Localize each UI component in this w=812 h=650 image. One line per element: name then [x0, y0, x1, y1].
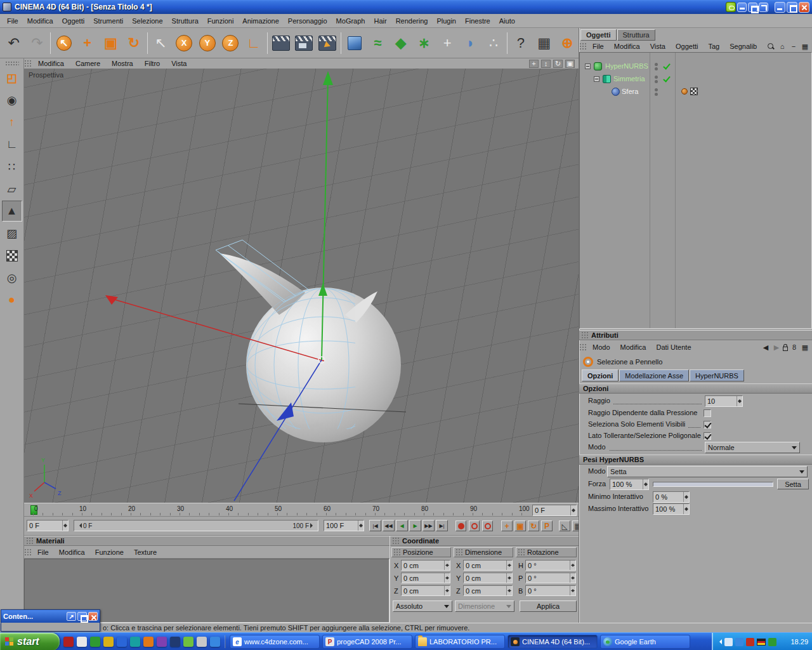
menu-animazione[interactable]: Animazione: [238, 15, 283, 27]
menu-plugin[interactable]: Plugin: [432, 15, 461, 27]
spinner-arrows-icon[interactable]: [683, 492, 689, 502]
pesi-section-header[interactable]: Pesi HyperNURBS: [579, 454, 812, 465]
layout-icon[interactable]: ▦: [801, 43, 809, 51]
viewport-pan-icon[interactable]: +: [529, 60, 539, 68]
menu-grip[interactable]: [579, 343, 587, 351]
forza-slider[interactable]: [653, 482, 773, 487]
dim-x-field[interactable]: 0 cm: [463, 560, 513, 571]
materials-menu-file[interactable]: File: [33, 547, 53, 558]
render-picture-viewer-button[interactable]: [293, 30, 316, 56]
history-back-icon[interactable]: ◀: [761, 343, 770, 352]
rot-h-field[interactable]: 0 °: [525, 560, 576, 571]
menu-mograph[interactable]: MoGraph: [332, 15, 370, 27]
record-rotation-toggle[interactable]: ↻: [528, 521, 539, 531]
attr-layout-icon[interactable]: ▦: [801, 343, 809, 352]
opzioni-section-header[interactable]: Opzioni: [579, 383, 812, 394]
home-icon[interactable]: ⌂: [778, 43, 787, 51]
taskbar-task-c4dzone[interactable]: e www.c4dzone.com...: [230, 635, 320, 649]
coordinate-system-button[interactable]: ∟: [242, 30, 265, 56]
quicklaunch-icon[interactable]: [117, 637, 127, 647]
enabled-check-icon[interactable]: [663, 74, 671, 82]
keyframe-selection-button[interactable]: [482, 521, 493, 531]
render-view-button[interactable]: [270, 30, 292, 56]
rotate-tool-button[interactable]: ↻: [122, 30, 145, 56]
menu-funzioni[interactable]: Funzioni: [203, 15, 239, 27]
y-axis-lock-button[interactable]: Y: [196, 30, 219, 56]
visibili-checkbox[interactable]: [704, 421, 711, 428]
tab-opzioni[interactable]: Opzioni: [582, 369, 619, 381]
viewport-maximize-icon[interactable]: ▣: [565, 60, 575, 68]
attr-menu-modo[interactable]: Modo: [588, 342, 615, 353]
expand-icon[interactable]: [594, 76, 599, 82]
menu-struttura[interactable]: Struttura: [167, 15, 203, 27]
modo-dropdown[interactable]: Normale: [705, 442, 800, 453]
rot-b-field[interactable]: 0 °: [525, 585, 576, 596]
quicklaunch-icon[interactable]: [157, 637, 167, 647]
restore-button[interactable]: [787, 2, 797, 13]
texture-mode-button[interactable]: [2, 245, 22, 266]
add-deformer-button[interactable]: ◗: [459, 30, 482, 56]
rotation-column-header[interactable]: Rotazione: [516, 547, 577, 557]
materials-header[interactable]: Materiali: [24, 536, 390, 546]
network-tray-icon[interactable]: [735, 638, 743, 646]
autokey-button[interactable]: [469, 521, 480, 531]
taskbar-task-cinema4d[interactable]: CINEMA 4D (64 Bit)...: [508, 635, 598, 649]
spinner-arrows-icon[interactable]: [737, 396, 742, 406]
spinner-arrows-icon[interactable]: [444, 560, 450, 570]
tree-row-simmetria[interactable]: Simmetria: [580, 73, 811, 86]
spinner-arrows-icon[interactable]: [506, 573, 512, 583]
edges-mode-button[interactable]: ▱: [2, 178, 22, 199]
setta-button[interactable]: Setta: [777, 479, 809, 489]
collapse-icon[interactable]: −: [789, 43, 798, 51]
live-selection-button[interactable]: ↖: [53, 30, 75, 56]
frame-spinner[interactable]: 0 F: [532, 505, 577, 516]
attr-menu-dati-utente[interactable]: Dati Utente: [652, 342, 696, 353]
last-tool-button[interactable]: ↖: [150, 30, 173, 56]
texture-tag-icon[interactable]: [690, 88, 698, 95]
quicklaunch-icon[interactable]: [170, 637, 180, 647]
record-position-toggle[interactable]: +: [501, 521, 513, 531]
next-key-button[interactable]: ▶▶: [422, 520, 435, 531]
spinner-arrows-icon[interactable]: [62, 521, 68, 531]
timeline-ruler[interactable]: 0 10 20 30 40 50 60 70 80 90 100 0 F: [24, 503, 579, 517]
toolbar-grip[interactable]: [5, 61, 19, 66]
spinner-arrows-icon[interactable]: [643, 479, 648, 489]
pressione-checkbox[interactable]: [704, 409, 711, 417]
object-tree[interactable]: HyperNURBS Simmetria Sfera: [579, 52, 812, 329]
viewport-menu-camere[interactable]: Camere: [70, 59, 105, 68]
menu-oggetti[interactable]: Oggetti: [58, 15, 89, 27]
quicklaunch-icon[interactable]: [130, 637, 140, 647]
dimension-column-header[interactable]: Dimensione: [454, 547, 513, 557]
panel-grip[interactable]: [392, 537, 400, 545]
quicklaunch-icon[interactable]: [183, 637, 193, 647]
object-label[interactable]: Sfera: [622, 88, 638, 95]
range-end-field[interactable]: 100 F: [324, 520, 364, 531]
add-array-button[interactable]: +: [436, 30, 459, 56]
viewport-zoom-icon[interactable]: ↕: [541, 60, 551, 68]
mdi-restore-button[interactable]: [748, 3, 757, 12]
dimension-mode-dropdown[interactable]: Dimensione: [455, 600, 514, 612]
content-browser-window[interactable]: Conten... ↗: [1, 609, 100, 632]
polygons-mode-button[interactable]: ▲: [2, 201, 22, 222]
paint-selection-button[interactable]: ●: [2, 289, 22, 310]
minimize-button[interactable]: [775, 2, 785, 13]
mdi-popout-button[interactable]: [759, 3, 768, 12]
tab-oggetti[interactable]: Oggetti: [580, 29, 617, 41]
visibility-dots-icon[interactable]: [653, 62, 658, 72]
spinner-arrows-icon[interactable]: [570, 560, 575, 570]
tree-row-sfera[interactable]: Sfera: [580, 86, 811, 98]
tab-struttura[interactable]: Struttura: [617, 29, 655, 41]
model-mode-button[interactable]: ◉: [2, 90, 22, 110]
x-axis-lock-button[interactable]: X: [173, 30, 195, 56]
om-menu-segnalib[interactable]: Segnalib: [725, 41, 761, 52]
apply-button[interactable]: Applica: [520, 600, 577, 612]
tab-modellazione-asse[interactable]: Modellazione Asse: [619, 369, 689, 381]
scale-tool-button[interactable]: ▣: [100, 30, 122, 56]
spinner-arrows-icon[interactable]: [570, 505, 576, 515]
tray-collapse-icon[interactable]: [717, 639, 722, 644]
prev-key-button[interactable]: ◀◀: [383, 520, 395, 531]
dim-y-field[interactable]: 0 cm: [463, 573, 513, 583]
floating-close-button[interactable]: [88, 612, 98, 621]
play-button[interactable]: ▶: [409, 520, 421, 531]
menu-hair[interactable]: Hair: [369, 15, 391, 27]
